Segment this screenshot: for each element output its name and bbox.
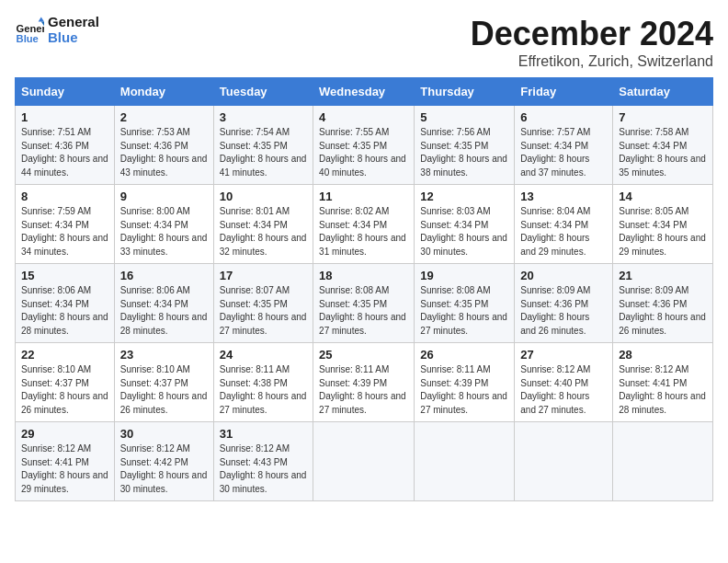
- calendar-cell: 23Sunrise: 8:10 AMSunset: 4:37 PMDayligh…: [114, 343, 213, 422]
- day-header-sunday: Sunday: [16, 78, 115, 106]
- calendar-cell: [613, 422, 713, 501]
- day-info: Sunrise: 8:12 AMSunset: 4:41 PMDaylight:…: [619, 363, 707, 417]
- calendar-cell: 15Sunrise: 8:06 AMSunset: 4:34 PMDayligh…: [16, 264, 115, 343]
- calendar-cell: 21Sunrise: 8:09 AMSunset: 4:36 PMDayligh…: [613, 264, 713, 343]
- day-number: 30: [120, 427, 208, 441]
- day-number: 18: [319, 269, 408, 282]
- day-info: Sunrise: 7:56 AMSunset: 4:35 PMDaylight:…: [420, 126, 508, 179]
- day-number: 22: [21, 348, 108, 362]
- calendar-cell: 4Sunrise: 7:55 AMSunset: 4:35 PMDaylight…: [313, 106, 415, 185]
- svg-marker-2: [39, 17, 44, 21]
- day-header-wednesday: Wednesday: [313, 78, 415, 106]
- day-number: 10: [220, 190, 307, 203]
- week-row-3: 15Sunrise: 8:06 AMSunset: 4:34 PMDayligh…: [16, 264, 713, 343]
- calendar-cell: 17Sunrise: 8:07 AMSunset: 4:35 PMDayligh…: [213, 264, 313, 343]
- day-info: Sunrise: 8:11 AMSunset: 4:39 PMDaylight:…: [420, 363, 508, 417]
- day-number: 21: [619, 269, 707, 282]
- calendar-cell: 24Sunrise: 8:11 AMSunset: 4:38 PMDayligh…: [213, 343, 313, 422]
- calendar-table: SundayMondayTuesdayWednesdayThursdayFrid…: [15, 77, 713, 501]
- day-number: 4: [319, 110, 408, 124]
- day-number: 25: [319, 348, 408, 362]
- calendar-cell: 2Sunrise: 7:53 AMSunset: 4:36 PMDaylight…: [114, 106, 213, 185]
- day-number: 28: [619, 348, 707, 362]
- day-number: 13: [520, 190, 607, 203]
- calendar-cell: 25Sunrise: 8:11 AMSunset: 4:39 PMDayligh…: [313, 343, 415, 422]
- calendar-cell: 5Sunrise: 7:56 AMSunset: 4:35 PMDaylight…: [415, 106, 515, 185]
- logo: General Blue General Blue: [15, 15, 99, 45]
- day-info: Sunrise: 8:11 AMSunset: 4:38 PMDaylight:…: [220, 363, 307, 417]
- day-header-saturday: Saturday: [613, 78, 713, 106]
- day-info: Sunrise: 8:03 AMSunset: 4:34 PMDaylight:…: [420, 205, 508, 259]
- day-info: Sunrise: 8:12 AMSunset: 4:41 PMDaylight:…: [21, 442, 108, 496]
- day-info: Sunrise: 8:07 AMSunset: 4:35 PMDaylight:…: [220, 284, 307, 338]
- day-number: 6: [520, 110, 607, 124]
- day-info: Sunrise: 7:58 AMSunset: 4:34 PMDaylight:…: [619, 126, 707, 179]
- day-number: 12: [420, 190, 508, 203]
- day-info: Sunrise: 8:08 AMSunset: 4:35 PMDaylight:…: [319, 284, 408, 338]
- day-info: Sunrise: 7:59 AMSunset: 4:34 PMDaylight:…: [21, 205, 108, 259]
- day-number: 17: [220, 269, 307, 282]
- day-info: Sunrise: 8:04 AMSunset: 4:34 PMDaylight:…: [520, 205, 607, 259]
- header: General Blue General Blue December 2024 …: [15, 15, 713, 70]
- day-info: Sunrise: 8:12 AMSunset: 4:40 PMDaylight:…: [520, 363, 607, 417]
- day-number: 15: [21, 269, 108, 282]
- calendar-cell: [415, 422, 515, 501]
- logo-blue: Blue: [48, 30, 99, 46]
- day-number: 7: [619, 110, 707, 124]
- month-title: December 2024: [471, 15, 713, 53]
- logo-general: General: [48, 15, 99, 30]
- day-number: 16: [120, 269, 208, 282]
- day-number: 11: [319, 190, 408, 203]
- calendar-cell: 8Sunrise: 7:59 AMSunset: 4:34 PMDaylight…: [16, 185, 115, 264]
- calendar-cell: 18Sunrise: 8:08 AMSunset: 4:35 PMDayligh…: [313, 264, 415, 343]
- day-info: Sunrise: 8:12 AMSunset: 4:42 PMDaylight:…: [120, 442, 208, 496]
- calendar-header-row: SundayMondayTuesdayWednesdayThursdayFrid…: [16, 78, 713, 106]
- week-row-1: 1Sunrise: 7:51 AMSunset: 4:36 PMDaylight…: [16, 106, 713, 185]
- day-info: Sunrise: 8:01 AMSunset: 4:34 PMDaylight:…: [220, 205, 307, 259]
- calendar-cell: [313, 422, 415, 501]
- day-info: Sunrise: 7:51 AMSunset: 4:36 PMDaylight:…: [21, 126, 108, 179]
- day-info: Sunrise: 7:55 AMSunset: 4:35 PMDaylight:…: [319, 126, 408, 179]
- day-info: Sunrise: 8:09 AMSunset: 4:36 PMDaylight:…: [619, 284, 707, 338]
- day-info: Sunrise: 8:06 AMSunset: 4:34 PMDaylight:…: [120, 284, 208, 338]
- week-row-5: 29Sunrise: 8:12 AMSunset: 4:41 PMDayligh…: [16, 422, 713, 501]
- svg-text:Blue: Blue: [17, 32, 39, 43]
- day-number: 1: [21, 110, 108, 124]
- day-number: 27: [520, 348, 607, 362]
- calendar-cell: 13Sunrise: 8:04 AMSunset: 4:34 PMDayligh…: [515, 185, 613, 264]
- calendar-cell: 16Sunrise: 8:06 AMSunset: 4:34 PMDayligh…: [114, 264, 213, 343]
- day-number: 2: [120, 110, 208, 124]
- day-info: Sunrise: 7:57 AMSunset: 4:34 PMDaylight:…: [520, 126, 607, 179]
- calendar-cell: 11Sunrise: 8:02 AMSunset: 4:34 PMDayligh…: [313, 185, 415, 264]
- calendar-cell: 10Sunrise: 8:01 AMSunset: 4:34 PMDayligh…: [213, 185, 313, 264]
- calendar-cell: 14Sunrise: 8:05 AMSunset: 4:34 PMDayligh…: [613, 185, 713, 264]
- calendar-cell: 20Sunrise: 8:09 AMSunset: 4:36 PMDayligh…: [515, 264, 613, 343]
- day-number: 20: [520, 269, 607, 282]
- calendar-cell: 6Sunrise: 7:57 AMSunset: 4:34 PMDaylight…: [515, 106, 613, 185]
- day-info: Sunrise: 8:12 AMSunset: 4:43 PMDaylight:…: [220, 442, 307, 496]
- day-info: Sunrise: 8:09 AMSunset: 4:36 PMDaylight:…: [520, 284, 607, 338]
- calendar-cell: 28Sunrise: 8:12 AMSunset: 4:41 PMDayligh…: [613, 343, 713, 422]
- calendar-cell: 29Sunrise: 8:12 AMSunset: 4:41 PMDayligh…: [16, 422, 115, 501]
- day-number: 5: [420, 110, 508, 124]
- calendar-cell: 22Sunrise: 8:10 AMSunset: 4:37 PMDayligh…: [16, 343, 115, 422]
- day-number: 31: [220, 427, 307, 441]
- calendar-cell: 27Sunrise: 8:12 AMSunset: 4:40 PMDayligh…: [515, 343, 613, 422]
- calendar-cell: 30Sunrise: 8:12 AMSunset: 4:42 PMDayligh…: [114, 422, 213, 501]
- day-number: 29: [21, 427, 108, 441]
- day-info: Sunrise: 7:54 AMSunset: 4:35 PMDaylight:…: [220, 126, 307, 179]
- day-number: 23: [120, 348, 208, 362]
- calendar-cell: 9Sunrise: 8:00 AMSunset: 4:34 PMDaylight…: [114, 185, 213, 264]
- day-number: 8: [21, 190, 108, 203]
- day-info: Sunrise: 8:00 AMSunset: 4:34 PMDaylight:…: [120, 205, 208, 259]
- calendar-cell: 3Sunrise: 7:54 AMSunset: 4:35 PMDaylight…: [213, 106, 313, 185]
- title-area: December 2024 Effretikon, Zurich, Switze…: [471, 15, 713, 70]
- day-header-thursday: Thursday: [415, 78, 515, 106]
- calendar-cell: 12Sunrise: 8:03 AMSunset: 4:34 PMDayligh…: [415, 185, 515, 264]
- day-number: 26: [420, 348, 508, 362]
- day-number: 19: [420, 269, 508, 282]
- week-row-4: 22Sunrise: 8:10 AMSunset: 4:37 PMDayligh…: [16, 343, 713, 422]
- day-info: Sunrise: 7:53 AMSunset: 4:36 PMDaylight:…: [120, 126, 208, 179]
- day-info: Sunrise: 8:08 AMSunset: 4:35 PMDaylight:…: [420, 284, 508, 338]
- calendar-cell: 1Sunrise: 7:51 AMSunset: 4:36 PMDaylight…: [16, 106, 115, 185]
